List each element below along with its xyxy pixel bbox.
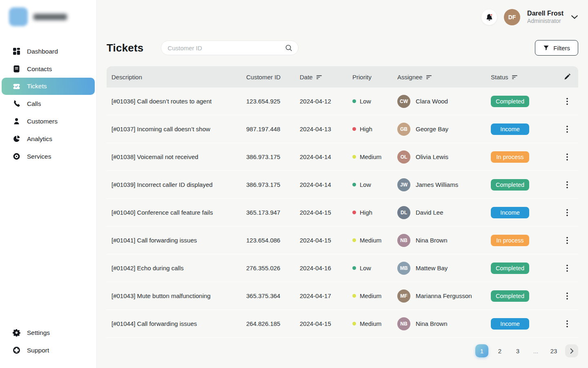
ticket-customer-id: 386.973.175 <box>246 153 300 160</box>
notifications-button[interactable] <box>481 9 497 25</box>
sidebar-item-label: Services <box>27 153 51 160</box>
ticket-icon <box>13 83 20 90</box>
ticket-description: [#01039] Incorrect caller ID displayed <box>111 181 246 188</box>
filter-funnel-icon <box>543 45 549 51</box>
table-row: [#01043] Mute button malfunctioning365.3… <box>107 282 578 310</box>
column-header-assignee[interactable]: Assignee <box>397 74 491 81</box>
ticket-assignee: CWClara Wood <box>397 95 491 108</box>
sidebar-item-contacts[interactable]: Contacts <box>0 60 96 78</box>
status-badge: Completed <box>491 290 529 302</box>
status-badge: In process <box>491 151 529 163</box>
table-row: [#01041] Call forwarding issues123.654.0… <box>107 227 578 254</box>
column-label: Customer ID <box>246 74 281 81</box>
sort-icon[interactable] <box>316 74 322 80</box>
contacts-icon <box>13 65 20 73</box>
ticket-date: 2024-04-14 <box>300 181 352 188</box>
edit-columns-icon[interactable] <box>564 74 570 80</box>
ticket-assignee: OLOlivia Lewis <box>397 150 491 164</box>
sidebar-item-dashboard[interactable]: Dashboard <box>0 43 96 60</box>
tickets-table: DescriptionCustomer IDDatePriorityAssign… <box>107 66 578 364</box>
table-row: [#01042] Echo during calls276.355.026202… <box>107 254 578 282</box>
ticket-customer-id: 987.197.448 <box>246 126 300 132</box>
kebab-menu-icon[interactable] <box>565 235 570 246</box>
sidebar-item-analytics[interactable]: Analytics <box>0 130 96 148</box>
ticket-priority: High <box>352 126 397 132</box>
assignee-avatar: NB <box>397 234 410 247</box>
chevron-right-icon <box>570 348 574 354</box>
priority-dot <box>352 99 356 103</box>
kebab-menu-icon[interactable] <box>565 124 570 135</box>
user-menu[interactable]: Darell Frost Administrator <box>527 9 564 25</box>
sidebar-item-tickets[interactable]: Tickets <box>2 78 95 95</box>
priority-label: Medium <box>360 237 381 244</box>
status-badge: Income <box>491 318 529 330</box>
ticket-description: [#01041] Call forwarding issues <box>111 237 246 244</box>
filters-button[interactable]: Filters <box>535 40 578 56</box>
page-button-23[interactable]: 23 <box>547 344 560 357</box>
sidebar-item-label: Calls <box>27 100 41 108</box>
priority-dot <box>352 322 356 325</box>
kebab-menu-icon[interactable] <box>565 96 570 107</box>
sidebar-item-customers[interactable]: Customers <box>0 112 96 130</box>
column-header-description: Description <box>111 74 246 81</box>
sidebar: DashboardContactsTicketsCallsCustomersAn… <box>0 0 97 368</box>
page-button-2[interactable]: 2 <box>493 344 506 357</box>
search-input[interactable] <box>168 45 285 52</box>
column-label: Description <box>111 74 142 81</box>
ticket-description: [#01040] Conference call feature fails <box>111 209 246 216</box>
page-button-3[interactable]: 3 <box>511 344 524 357</box>
assignee-name: Nina Brown <box>416 320 448 327</box>
ticket-priority: Medium <box>352 153 397 160</box>
sidebar-item-services[interactable]: Services <box>0 148 96 165</box>
sort-icon[interactable] <box>426 74 432 80</box>
assignee-name: George Bay <box>416 126 448 132</box>
page-button-1[interactable]: 1 <box>475 344 488 357</box>
priority-label: Medium <box>360 153 381 160</box>
status-badge: Completed <box>491 263 529 274</box>
ticket-date: 2024-04-15 <box>300 237 352 244</box>
sidebar-item-support[interactable]: Support <box>0 341 96 359</box>
sidebar-item-label: Customers <box>27 118 58 125</box>
sidebar-item-settings[interactable]: Settings <box>0 324 96 341</box>
ticket-description: [#01037] Incoming call doesn’t show <box>111 126 246 132</box>
page-buttons: 123...23 <box>475 344 560 357</box>
assignee-name: Clara Wood <box>416 98 448 105</box>
status-badge: In process <box>491 235 529 246</box>
table-row: [#01038] Voicemail not received386.973.1… <box>107 143 578 171</box>
user-name: Darell Frost <box>527 9 564 18</box>
ticket-description: [#01042] Echo during calls <box>111 265 246 272</box>
sort-icon[interactable] <box>512 74 518 80</box>
kebab-menu-icon[interactable] <box>565 180 570 190</box>
kebab-menu-icon[interactable] <box>565 207 570 218</box>
ticket-assignee: NBNina Brown <box>397 317 491 330</box>
search-icon[interactable] <box>285 44 292 52</box>
priority-dot <box>352 155 356 159</box>
column-header-date[interactable]: Date <box>300 74 352 81</box>
page-title: Tickets <box>107 42 144 54</box>
ticket-priority: Low <box>352 98 397 105</box>
target-icon <box>13 153 20 160</box>
priority-label: Medium <box>360 292 381 299</box>
sidebar-item-calls[interactable]: Calls <box>0 95 96 112</box>
kebab-menu-icon[interactable] <box>565 263 570 274</box>
ticket-priority: Low <box>352 181 397 188</box>
next-page-button[interactable] <box>565 344 578 357</box>
chevron-down-icon[interactable] <box>571 15 578 19</box>
ticket-priority: Medium <box>352 320 397 327</box>
kebab-menu-icon[interactable] <box>565 152 570 162</box>
assignee-name: David Lee <box>416 209 443 216</box>
gear-icon <box>13 329 20 337</box>
kebab-menu-icon[interactable] <box>565 319 570 329</box>
kebab-menu-icon[interactable] <box>565 291 570 301</box>
ticket-priority: Low <box>352 265 397 272</box>
filters-button-label: Filters <box>553 45 570 52</box>
column-label: Date <box>300 74 313 81</box>
column-header-status[interactable]: Status <box>491 74 560 81</box>
lifebuoy-icon <box>13 346 20 354</box>
ticket-date: 2024-04-12 <box>300 98 352 105</box>
user-avatar[interactable]: DF <box>504 9 520 25</box>
status-badge: Income <box>491 207 529 218</box>
assignee-name: Nina Brown <box>416 237 448 244</box>
ticket-date: 2024-04-14 <box>300 153 352 160</box>
assignee-avatar: GB <box>397 123 410 136</box>
